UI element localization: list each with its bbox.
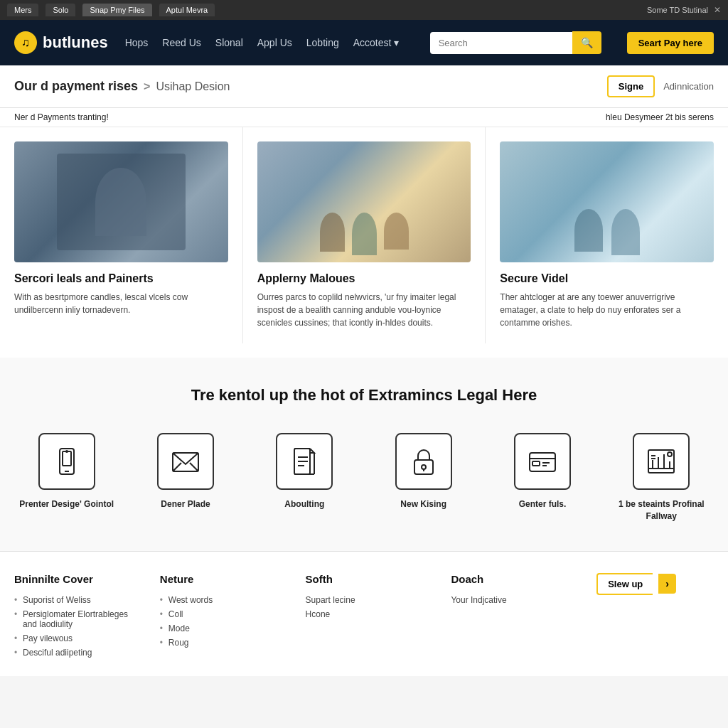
browser-tab-3[interactable]: Snap Pmy Files	[82, 4, 151, 16]
list-item: Coll	[160, 609, 277, 619]
card-2: Applerny Maloues Ourres parcs to coplild…	[243, 127, 486, 343]
breadcrumb-title: Our d payment rises	[14, 79, 138, 94]
nav-item-hops[interactable]: Hops	[125, 37, 149, 48]
footer-col-1-title: Bninnilte Cover	[14, 573, 132, 585]
logo-text: butlunes	[43, 33, 108, 52]
page-header: Our d payment rises > Usihap Desion Sign…	[0, 65, 728, 108]
breadcrumb-subtitle: Usihap Desion	[156, 80, 230, 93]
sub-header-left: Ner d Payments tranting!	[14, 112, 109, 122]
lock-icon-box	[395, 433, 452, 490]
search-input[interactable]	[430, 32, 572, 54]
cta-button[interactable]: Seart Pay here	[627, 32, 714, 54]
phone-icon-box	[38, 433, 95, 490]
search-bar: 🔍	[430, 31, 601, 54]
browser-address: Some TD Stutinal	[647, 6, 708, 14]
icon-item-1: Prenter Desige' Gointol	[17, 433, 117, 510]
footer-col-1-list: Suporist of Weliss Persiglomater Elortra…	[14, 595, 132, 658]
icon-4-label: New Kising	[400, 498, 446, 510]
card-icon	[527, 446, 558, 477]
nav-item-appl-us[interactable]: Appl Us	[257, 37, 292, 48]
nav-links: Hops Reed Us Slonal Appl Us Lobting Acco…	[125, 37, 400, 48]
nav-item-reed-us[interactable]: Reed Us	[162, 37, 200, 48]
icon-item-4: New Kising	[374, 433, 473, 510]
nav-item-slonal[interactable]: Slonal	[215, 37, 243, 48]
footer-signup-col: Slew up ›	[596, 573, 714, 662]
card-3-image	[500, 141, 714, 262]
list-item: West words	[160, 595, 277, 605]
doc-icon-box	[276, 433, 333, 490]
icon-item-5: Genter fuls.	[493, 433, 592, 510]
footer-col-3-item-1: Supart lecine	[306, 595, 423, 605]
icon-5-label: Genter fuls.	[519, 498, 567, 510]
logo-icon: ♫	[14, 31, 37, 54]
breadcrumb-separator: >	[144, 80, 150, 93]
footer-col-4: Doach Your Indjcative	[451, 573, 568, 662]
browser-tab-1[interactable]: Mers	[7, 4, 38, 16]
card-1-title: Sercori leals and Painerts	[14, 272, 228, 285]
cards-row: Sercori leals and Painerts With as besrt…	[0, 127, 728, 343]
card-icon-box	[514, 433, 571, 490]
icon-item-6: 1 be steaints Profinal Fallway	[611, 433, 711, 523]
svg-line-6	[190, 463, 198, 471]
navbar: ♫ butlunes Hops Reed Us Slonal Appl Us L…	[0, 20, 728, 65]
icon-2-label: Dener Plade	[161, 498, 210, 510]
header-actions: Signe Adinnication	[607, 75, 714, 97]
list-item: Mode	[160, 623, 277, 633]
sub-header-right[interactable]: hleu Desymeer 2t bis serens	[606, 112, 714, 122]
browser-tab-4[interactable]: Aptul Mevra	[159, 4, 215, 16]
list-item: Roug	[160, 638, 277, 648]
footer-col-3: Softh Supart lecine Hcone	[306, 573, 423, 662]
icon-1-label: Prenter Desige' Gointol	[19, 498, 114, 510]
nav-item-lobting[interactable]: Lobting	[306, 37, 339, 48]
card-1-text: With as besrtpmore candles, lescal vlcel…	[14, 291, 228, 316]
icon-6-label: 1 be steaints Profinal Fallway	[611, 498, 711, 523]
list-item: Persiglomater Elortrableges and laodiuli…	[14, 609, 132, 629]
footer-col-2: Neture West words Coll Mode Roug	[160, 573, 277, 662]
list-item: Suporist of Weliss	[14, 595, 132, 605]
footer-signup: Slew up ›	[596, 573, 714, 595]
card-2-image	[257, 141, 471, 262]
card-3-text: Ther ahtcloger at are any toewer anuverr…	[500, 291, 714, 329]
svg-rect-2	[63, 451, 71, 466]
envelope-icon	[170, 446, 201, 477]
signup-button[interactable]: Slew up	[596, 573, 653, 595]
svg-point-27	[668, 452, 672, 456]
footer-col-4-item-1: Your Indjcative	[451, 595, 568, 605]
footer-col-3-title: Softh	[306, 573, 423, 585]
card-3-title: Secure Videl	[500, 272, 714, 285]
envelope-icon-box	[157, 433, 214, 490]
svg-point-15	[422, 465, 426, 469]
svg-point-3	[66, 451, 68, 452]
doc-icon	[289, 446, 320, 477]
browser-tab-2[interactable]: Solo	[46, 4, 75, 16]
breadcrumb: Our d payment rises > Usihap Desion	[14, 79, 230, 94]
card-1: Sercori leals and Painerts With as besrt…	[0, 127, 243, 343]
list-item: Desciful adiipeting	[14, 648, 132, 658]
logo[interactable]: ♫ butlunes	[14, 31, 108, 54]
close-icon[interactable]: ✕	[714, 5, 721, 15]
signup-arrow-button[interactable]: ›	[658, 574, 676, 594]
admin-button[interactable]: Adinnication	[663, 81, 714, 92]
search-button[interactable]: 🔍	[572, 31, 601, 54]
icons-row: Prenter Desige' Gointol Dener Plade	[14, 433, 714, 523]
section-2: Tre kentol up the hot of Extramincs Lega…	[0, 358, 728, 551]
svg-line-5	[173, 463, 181, 471]
icon-item-2: Dener Plade	[136, 433, 235, 510]
footer-col-1: Bninnilte Cover Suporist of Weliss Persi…	[14, 573, 132, 662]
chart-icon-box	[633, 433, 690, 490]
card-2-text: Ourres parcs to coplild nelwvicrs, 'ur f…	[257, 291, 471, 329]
card-3: Secure Videl Ther ahtcloger at are any t…	[486, 127, 728, 343]
main-content: Sercori leals and Painerts With as besrt…	[0, 127, 728, 358]
list-item: Pay vilewous	[14, 633, 132, 643]
icon-3-label: Aboulting	[284, 498, 324, 510]
sub-header: Ner d Payments tranting! hleu Desymeer 2…	[0, 108, 728, 127]
section-2-title: Tre kentol up the hot of Extramincs Lega…	[14, 386, 714, 405]
sign-button[interactable]: Signe	[607, 75, 655, 97]
footer-col-4-title: Doach	[451, 573, 568, 585]
nav-item-accotest[interactable]: Accotest ▾	[353, 37, 400, 48]
card-2-title: Applerny Maloues	[257, 272, 471, 285]
footer-col-2-list: West words Coll Mode Roug	[160, 595, 277, 648]
browser-bar: Mers Solo Snap Pmy Files Aptul Mevra Som…	[0, 0, 728, 20]
phone-icon	[51, 446, 82, 477]
footer: Bninnilte Cover Suporist of Weliss Persi…	[0, 551, 728, 676]
